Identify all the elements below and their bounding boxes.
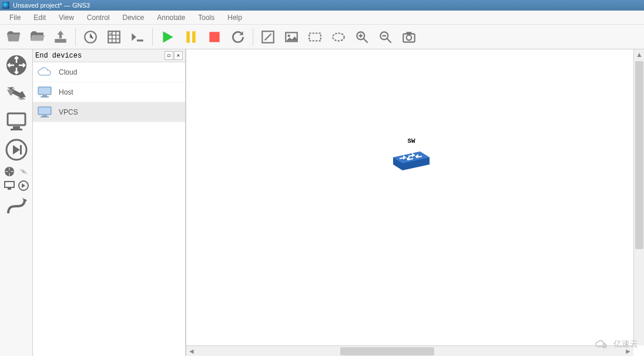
node-sw[interactable]: SW — [391, 137, 432, 166]
svg-rect-30 — [38, 107, 51, 115]
panel-close-button[interactable]: ✕ — [174, 51, 183, 60]
toolbar-separator — [152, 28, 153, 46]
insert-image-button[interactable] — [281, 27, 301, 47]
rect-dashed-icon — [307, 29, 323, 45]
image-icon — [284, 29, 299, 45]
zoom-out-button[interactable] — [375, 27, 395, 47]
stop-all-button[interactable] — [204, 27, 224, 47]
folder-open-icon — [29, 29, 45, 45]
ellipse-dashed-icon — [331, 29, 346, 45]
window-titlebar: Unsaved project* — GNS3 — [0, 0, 644, 11]
menu-control[interactable]: Control — [81, 12, 116, 23]
svg-rect-6 — [209, 32, 219, 42]
app-icon — [2, 2, 9, 9]
end-devices-panel: End devices ◻ ✕ Cloud Host VPCS — [33, 49, 186, 356]
menu-bar: File Edit View Control Device Annotate T… — [0, 11, 644, 25]
device-label: VPCS — [59, 108, 78, 116]
console-icon — [130, 29, 145, 45]
stop-icon — [207, 29, 222, 45]
menu-device[interactable]: Device — [117, 12, 150, 23]
vertical-scrollbar[interactable]: ▲ — [633, 49, 644, 345]
toolbar-separator — [75, 28, 76, 46]
device-item-cloud[interactable]: Cloud — [33, 62, 185, 82]
svg-rect-25 — [8, 188, 11, 190]
clock-icon — [83, 29, 98, 45]
menu-help[interactable]: Help — [222, 12, 248, 23]
add-note-button[interactable] — [258, 27, 278, 47]
device-label: Host — [59, 88, 73, 96]
panel-header: End devices ◻ ✕ — [33, 49, 185, 62]
pause-all-button[interactable] — [181, 27, 201, 47]
step-play-icon — [5, 138, 28, 162]
zoom-out-icon — [378, 29, 393, 45]
cable-icon — [5, 196, 28, 219]
horizontal-scrollbar[interactable]: ◄ ► — [186, 345, 633, 356]
grid-button[interactable]: a — [104, 27, 124, 47]
panel-list: Cloud Host VPCS — [33, 62, 185, 356]
mini-switch-icon — [18, 166, 29, 177]
host-icon — [36, 106, 53, 119]
svg-rect-29 — [41, 96, 49, 98]
watermark-text: 亿速云 — [613, 339, 638, 350]
note-icon — [260, 29, 276, 45]
svg-rect-28 — [42, 95, 47, 96]
device-dock — [0, 49, 33, 356]
device-item-host[interactable]: Host — [33, 82, 185, 102]
svg-rect-31 — [42, 115, 47, 116]
node-label: SW — [407, 137, 415, 145]
host-icon — [36, 86, 53, 99]
scroll-thumb[interactable] — [340, 347, 434, 355]
svg-rect-10 — [309, 33, 321, 41]
new-project-button[interactable] — [4, 27, 24, 47]
svg-point-9 — [288, 34, 290, 36]
menu-annotate[interactable]: Annotate — [151, 12, 191, 23]
canvas-viewport[interactable]: SW — [186, 49, 644, 345]
folder-new-icon — [6, 29, 21, 45]
dock-enddevices-button[interactable] — [3, 108, 30, 135]
reload-icon — [230, 29, 246, 45]
save-project-button[interactable] — [51, 27, 71, 47]
device-label: Cloud — [59, 68, 77, 76]
menu-file[interactable]: File — [4, 12, 26, 23]
window-title: Unsaved project* — GNS3 — [13, 2, 90, 9]
dock-all-button[interactable] — [2, 164, 31, 193]
switch-arrows-icon — [5, 82, 28, 105]
svg-rect-19 — [13, 126, 20, 129]
mini-step-icon — [18, 180, 29, 192]
scroll-up-button[interactable]: ▲ — [634, 49, 644, 59]
draw-rect-button[interactable] — [305, 27, 325, 47]
toolbar-separator — [253, 28, 253, 46]
play-icon — [160, 29, 175, 45]
draw-ellipse-button[interactable] — [328, 27, 348, 47]
svg-rect-20 — [11, 129, 22, 130]
menu-view[interactable]: View — [53, 12, 80, 23]
dock-security-button[interactable] — [3, 136, 30, 163]
screenshot-button[interactable] — [399, 27, 419, 47]
grid-icon: a — [106, 29, 122, 45]
ethernet-switch-icon — [391, 147, 432, 166]
snapshot-button[interactable] — [80, 27, 100, 47]
svg-rect-22 — [20, 145, 22, 155]
scroll-left-button[interactable]: ◄ — [186, 346, 197, 356]
menu-tools[interactable]: Tools — [192, 12, 220, 23]
menu-edit[interactable]: Edit — [28, 12, 52, 23]
scroll-thumb[interactable] — [635, 61, 643, 249]
camera-icon — [401, 29, 417, 45]
svg-rect-24 — [5, 182, 14, 187]
device-item-vpcs[interactable]: VPCS — [33, 102, 185, 122]
dock-routers-button[interactable] — [3, 52, 30, 79]
reload-all-button[interactable] — [228, 27, 248, 47]
console-button[interactable] — [128, 27, 147, 47]
topology-canvas[interactable]: SW ◄ ► ▲ — [186, 49, 644, 356]
main-toolbar: a — [0, 25, 644, 49]
svg-rect-4 — [186, 31, 189, 43]
svg-point-11 — [333, 33, 344, 41]
start-all-button[interactable] — [157, 27, 177, 47]
dock-switches-button[interactable] — [3, 80, 30, 107]
zoom-in-button[interactable] — [352, 27, 372, 47]
open-project-button[interactable] — [27, 27, 47, 47]
monitor-icon — [5, 110, 28, 133]
dock-link-button[interactable] — [3, 194, 30, 221]
svg-text:a: a — [109, 31, 112, 35]
panel-float-button[interactable]: ◻ — [165, 51, 173, 60]
